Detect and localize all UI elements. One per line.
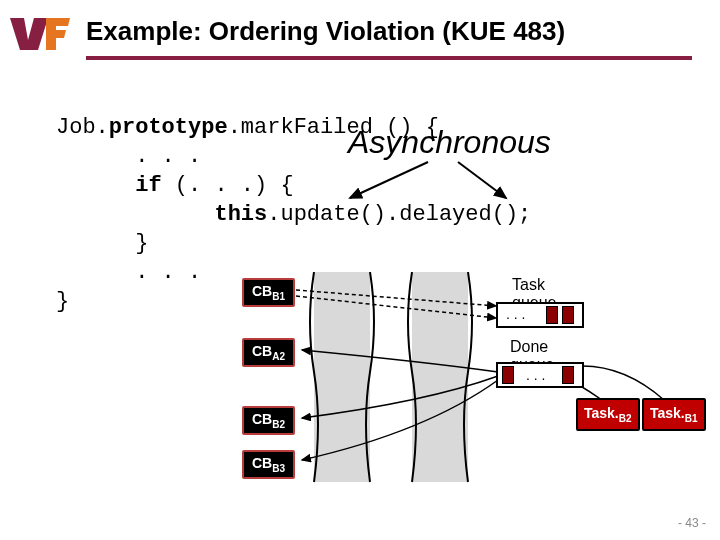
task-b2-label: Task.B2 (576, 398, 640, 431)
svg-marker-1 (46, 18, 70, 50)
svg-line-2 (350, 162, 428, 198)
task-b1-label: Task.B1 (642, 398, 706, 431)
cb-b3-label: CBB3 (242, 450, 295, 479)
title-rule (86, 56, 692, 60)
slide-title: Example: Ordering Violation (KUE 483) (86, 16, 565, 47)
cb-b1-label: CBB1 (242, 278, 295, 307)
annotation-arrows (338, 156, 558, 216)
done-queue: . . . (496, 362, 584, 388)
code-l3: if (. . .) { (56, 173, 294, 198)
svg-line-3 (458, 162, 506, 198)
code-l7: } (56, 289, 69, 314)
code-l5: } (56, 231, 148, 256)
svg-marker-0 (10, 18, 48, 50)
cb-a2-label: CBA2 (242, 338, 295, 367)
diagram-flow-lines (246, 272, 706, 492)
task-queue: . . . (496, 302, 584, 328)
code-l6: . . . (56, 260, 201, 285)
code-l2: . . . (56, 144, 201, 169)
page-number: - 43 - (678, 516, 706, 530)
cb-b2-label: CBB2 (242, 406, 295, 435)
vt-logo (10, 18, 72, 56)
